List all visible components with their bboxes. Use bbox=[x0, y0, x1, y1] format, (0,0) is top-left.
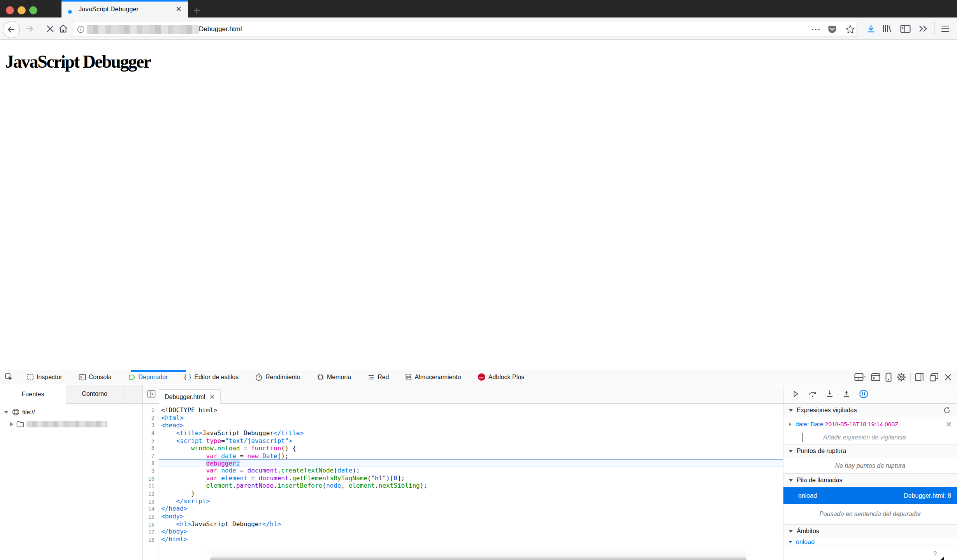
download-icon[interactable] bbox=[866, 18, 876, 40]
scope-row-onload[interactable]: onload bbox=[783, 538, 957, 546]
step-in-icon[interactable] bbox=[825, 390, 834, 398]
step-out-icon[interactable] bbox=[842, 390, 851, 398]
resume-icon[interactable] bbox=[792, 390, 800, 398]
code-line-10[interactable]: var element = document.getElementsByTagN… bbox=[159, 474, 783, 482]
devtools-tab-memory[interactable]: Memoria bbox=[310, 370, 358, 384]
collapse-sidebar-icon[interactable] bbox=[147, 390, 156, 398]
line-number[interactable]: 1 bbox=[143, 406, 158, 414]
line-number[interactable]: 16 bbox=[143, 521, 158, 529]
code-line-7[interactable]: var date = new Date(); bbox=[159, 452, 783, 460]
macos-close-button[interactable] bbox=[6, 6, 14, 14]
code-line-2[interactable]: <html> bbox=[159, 414, 783, 422]
code-line-13[interactable]: </script> bbox=[159, 497, 783, 505]
pick-element-icon[interactable] bbox=[0, 370, 18, 384]
line-number[interactable]: 7 bbox=[143, 452, 158, 460]
code-line-1[interactable]: <!DOCTYPE html> bbox=[159, 406, 783, 414]
overflow-chevrons-icon[interactable] bbox=[918, 18, 929, 40]
line-number[interactable]: 10 bbox=[143, 475, 158, 483]
back-button[interactable] bbox=[3, 21, 20, 38]
pause-exceptions-icon[interactable] bbox=[859, 389, 868, 399]
menu-hamburger-icon[interactable] bbox=[939, 18, 952, 40]
scopes-header[interactable]: Ámbitos bbox=[783, 525, 957, 538]
section-collapse-icon bbox=[789, 409, 793, 412]
line-number[interactable]: 11 bbox=[143, 483, 158, 490]
devtools-tab-network[interactable]: Red bbox=[360, 370, 396, 384]
editor-tab-close-icon[interactable] bbox=[210, 394, 215, 399]
bookmark-star-icon[interactable] bbox=[845, 22, 855, 37]
watch-input[interactable]: Añadir expresión de vigilancia bbox=[783, 431, 957, 444]
code-line-14[interactable]: </head> bbox=[159, 505, 783, 513]
remove-watch-icon[interactable] bbox=[946, 422, 952, 427]
tab-close-icon[interactable] bbox=[175, 5, 183, 13]
line-number[interactable]: 17 bbox=[143, 528, 158, 536]
tab-sources[interactable]: Fuentes bbox=[0, 385, 66, 404]
line-number[interactable]: 8 bbox=[143, 460, 158, 467]
code-line-5[interactable]: <script type="text/javascript"> bbox=[159, 437, 783, 445]
browser-tab[interactable]: JavaScript Debugger bbox=[61, 0, 188, 18]
collapse-arrow-icon[interactable] bbox=[10, 422, 13, 427]
line-number[interactable]: 5 bbox=[143, 437, 158, 445]
separate-window-icon[interactable] bbox=[929, 373, 939, 382]
callstack-header[interactable]: Pila de llamadas bbox=[783, 474, 957, 487]
code-line-18[interactable]: </html> bbox=[159, 536, 783, 543]
settings-gear-icon[interactable] bbox=[897, 373, 906, 382]
line-number[interactable]: 6 bbox=[143, 444, 158, 452]
line-number[interactable]: 12 bbox=[143, 490, 158, 498]
macos-zoom-button[interactable] bbox=[29, 6, 37, 14]
callstack-frame-row[interactable]: onload Debugger.html: 8 bbox=[783, 487, 957, 504]
devtools-tab-inspector[interactable]: Inspector bbox=[19, 370, 69, 384]
line-number[interactable]: 15 bbox=[143, 513, 158, 521]
debugger-right-panel: Expresiones vigiladas date: Date 2018-05… bbox=[783, 385, 957, 560]
close-devtools-icon[interactable] bbox=[944, 373, 952, 382]
sidebar-icon[interactable] bbox=[899, 18, 911, 40]
code-line-16[interactable]: <h1>JavaScript Debugger</h1> bbox=[159, 520, 783, 528]
macos-minimize-button[interactable] bbox=[18, 6, 26, 14]
line-number[interactable]: 9 bbox=[143, 467, 158, 475]
expand-watch-icon[interactable] bbox=[789, 422, 792, 426]
code-line-4[interactable]: <title>JavaScript Debugger</title> bbox=[159, 429, 783, 437]
step-over-icon[interactable] bbox=[808, 390, 817, 398]
site-info-icon[interactable] bbox=[77, 22, 84, 37]
devtools-tab-adblock[interactable]: ABPAdblock Plus bbox=[471, 370, 532, 384]
devtools-tab-console[interactable]: Consola bbox=[72, 370, 119, 384]
code-line-8[interactable]: debugger; bbox=[159, 459, 783, 467]
stop-button[interactable] bbox=[45, 18, 55, 40]
devtools-tab-styleeditor[interactable]: { }Editor de estilos bbox=[177, 370, 246, 384]
dock-options-icon[interactable] bbox=[854, 373, 866, 382]
expand-arrow-icon[interactable] bbox=[4, 411, 9, 414]
split-console-icon[interactable] bbox=[871, 373, 880, 382]
code-line-11[interactable]: element.parentNode.insertBefore(node, el… bbox=[159, 482, 783, 490]
line-number[interactable]: 13 bbox=[143, 498, 158, 506]
line-number[interactable]: 4 bbox=[143, 429, 158, 437]
page-actions-icon[interactable] bbox=[811, 22, 820, 37]
devtools-tab-performance[interactable]: Rendimiento bbox=[248, 370, 307, 384]
forward-button[interactable] bbox=[25, 18, 35, 40]
code-line-15[interactable]: <body> bbox=[159, 513, 783, 520]
watch-expressions-header[interactable]: Expresiones vigiladas bbox=[783, 404, 957, 417]
dock-to-side-icon[interactable] bbox=[915, 373, 924, 382]
code-line-12[interactable]: } bbox=[159, 490, 783, 497]
responsive-mode-icon[interactable] bbox=[885, 373, 892, 382]
watch-expression-row[interactable]: date: Date 2018-05-18T18:19:14.060Z bbox=[783, 417, 957, 431]
home-button[interactable] bbox=[58, 18, 68, 40]
tree-item-file-root[interactable]: file:// bbox=[0, 406, 142, 418]
line-number[interactable]: 2 bbox=[143, 414, 158, 422]
code-line-6[interactable]: window.onload = function() { bbox=[159, 444, 783, 452]
breakpoints-header[interactable]: Puntos de ruptura bbox=[783, 444, 957, 458]
code-line-3[interactable]: <head> bbox=[159, 422, 783, 429]
code-editor[interactable]: 123456789101112131415161718 <!DOCTYPE ht… bbox=[143, 404, 783, 560]
url-bar[interactable]: Debugger.html bbox=[73, 22, 857, 37]
code-line-9[interactable]: var node = document.createTextNode(date)… bbox=[159, 467, 783, 474]
library-icon[interactable] bbox=[881, 18, 892, 40]
new-tab-icon[interactable] bbox=[193, 7, 201, 15]
pocket-icon[interactable] bbox=[827, 22, 837, 37]
line-number[interactable]: 18 bbox=[143, 536, 158, 544]
editor-tab-debugger-html[interactable]: Debugger.html bbox=[159, 389, 221, 404]
line-number[interactable]: 3 bbox=[143, 422, 158, 429]
devtools-tab-storage[interactable]: Almacenamiento bbox=[398, 370, 468, 384]
line-number[interactable]: 14 bbox=[143, 506, 158, 513]
refresh-icon[interactable] bbox=[943, 406, 951, 414]
tree-item-folder[interactable] bbox=[0, 418, 142, 430]
code-line-17[interactable]: </body> bbox=[159, 528, 783, 536]
tab-outline[interactable]: Contorno bbox=[66, 385, 123, 404]
